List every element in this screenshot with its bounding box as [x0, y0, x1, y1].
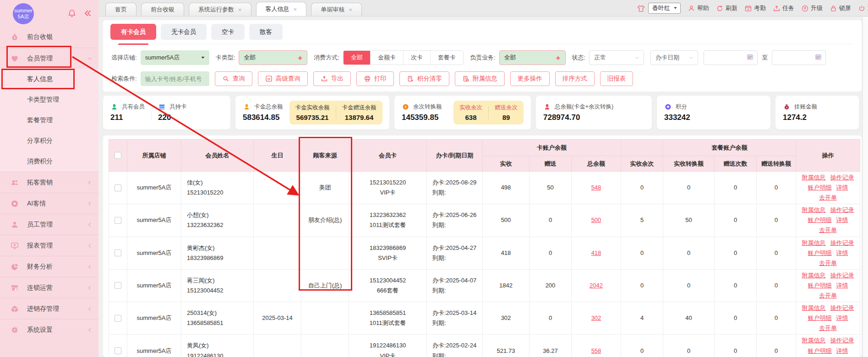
tab-首页[interactable]: 首页: [105, 3, 136, 16]
op-link-账户明细[interactable]: 账户明细: [808, 314, 832, 321]
op-link-详情[interactable]: 详情: [836, 249, 848, 256]
旧报表-button[interactable]: 旧报表: [600, 71, 633, 86]
sidebar-item-分享积分[interactable]: 分享积分: [0, 130, 98, 151]
sidebar-item-员工管理[interactable]: 员工管理: [0, 214, 98, 235]
sidebar-item-AI客情[interactable]: AI客情: [0, 193, 98, 214]
start-date-input[interactable]: [704, 50, 758, 65]
consume-option-次卡[interactable]: 次卡: [403, 51, 430, 65]
tab-系统运行参数[interactable]: 系统运行参数×: [189, 3, 251, 16]
consume-option-金额卡[interactable]: 金额卡: [370, 51, 403, 65]
op-link-操作记录[interactable]: 操作记录: [830, 239, 854, 246]
status-select[interactable]: 正常: [589, 50, 644, 65]
total-balance-link[interactable]: 2042: [590, 282, 603, 289]
op-link-操作记录[interactable]: 操作记录: [830, 304, 854, 311]
op-link-账户明细[interactable]: 账户明细: [808, 184, 832, 191]
tab-单据审核[interactable]: 单据审核×: [311, 3, 362, 16]
topbar-action-锁屏[interactable]: 锁屏: [830, 4, 851, 12]
附属信息-button[interactable]: 附属信息: [455, 71, 505, 86]
op-link-账户明细[interactable]: 账户明细: [808, 282, 832, 289]
op-link-详情[interactable]: 详情: [836, 216, 848, 223]
sidebar-item-连锁运营[interactable]: 连锁运营: [0, 277, 98, 298]
op-link-详情[interactable]: 详情: [836, 184, 848, 191]
row-checkbox[interactable]: [115, 249, 121, 256]
更多操作-button[interactable]: 更多操作: [510, 71, 550, 86]
tab-客人信息[interactable]: 客人信息×: [256, 2, 307, 16]
op-link-附属信息[interactable]: 附属信息: [802, 337, 826, 344]
end-date-input[interactable]: [772, 50, 826, 65]
打印-button[interactable]: 打印: [356, 71, 394, 86]
consume-option-全部[interactable]: 全部: [344, 51, 370, 65]
op-link-去开单[interactable]: 去开单: [819, 260, 837, 266]
sidebar-item-卡类型管理[interactable]: 卡类型管理: [0, 89, 98, 110]
bell-icon[interactable]: [67, 9, 76, 19]
op-link-账户明细[interactable]: 账户明细: [808, 249, 832, 256]
topbar-action-刷新[interactable]: 刷新: [716, 4, 737, 12]
积分清零-button[interactable]: 积分清零: [399, 71, 449, 86]
op-link-去开单[interactable]: 去开单: [819, 227, 837, 233]
op-link-附属信息[interactable]: 附属信息: [802, 206, 826, 213]
sidebar-item-拓客营销[interactable]: 拓客营销: [0, 172, 98, 193]
op-link-附属信息[interactable]: 附属信息: [802, 239, 826, 246]
member-tab-无卡会员[interactable]: 无卡会员: [161, 24, 207, 40]
store-select[interactable]: summer5A店: [141, 50, 209, 65]
op-link-详情[interactable]: 详情: [836, 347, 848, 354]
sidebar-item-会员管理[interactable]: 会员管理: [0, 48, 98, 69]
theme-select[interactable]: 香叶红: [648, 3, 681, 14]
close-tab-icon[interactable]: ×: [349, 7, 352, 13]
total-balance-link[interactable]: 500: [591, 216, 601, 223]
total-balance-link[interactable]: 302: [591, 314, 601, 321]
row-checkbox[interactable]: [115, 184, 121, 191]
查询-button[interactable]: 查询: [215, 71, 252, 86]
collapse-sidebar-icon[interactable]: [83, 9, 92, 19]
op-link-附属信息[interactable]: 附属信息: [802, 304, 826, 311]
member-tab-空卡[interactable]: 空卡: [211, 24, 245, 40]
total-balance-link[interactable]: 548: [591, 184, 601, 191]
select-all-checkbox[interactable]: [115, 152, 121, 159]
topbar-action-任务[interactable]: 任务: [773, 4, 794, 12]
topbar-action-考勤[interactable]: 考勤: [744, 4, 766, 12]
date-type-select[interactable]: 办卡日期: [650, 50, 698, 65]
sidebar-item-进销存管理[interactable]: 进销存管理: [0, 298, 98, 319]
op-link-去开单[interactable]: 去开单: [819, 194, 837, 201]
高级查询-button[interactable]: @高级查询: [258, 71, 308, 86]
total-balance-link[interactable]: 558: [591, 347, 601, 354]
sidebar-item-套餐管理[interactable]: 套餐管理: [0, 110, 98, 130]
business-select[interactable]: 全部 +: [499, 50, 566, 65]
row-checkbox[interactable]: [115, 347, 121, 354]
sidebar-item-财务分析[interactable]: 财务分析: [0, 256, 98, 277]
op-link-去开单[interactable]: 去开单: [819, 325, 837, 331]
topbar-action-升级[interactable]: 升级: [801, 4, 823, 12]
sidebar-item-前台收银[interactable]: ¥前台收银: [0, 27, 98, 48]
consume-option-套餐卡[interactable]: 套餐卡: [430, 51, 463, 65]
member-tab-散客[interactable]: 散客: [249, 24, 283, 40]
排序方式-button[interactable]: 排序方式: [555, 71, 595, 86]
row-checkbox[interactable]: [115, 217, 121, 224]
sidebar-item-报表管理[interactable]: 报表管理: [0, 235, 98, 256]
op-link-详情[interactable]: 详情: [836, 282, 848, 289]
op-link-操作记录[interactable]: 操作记录: [830, 174, 854, 181]
op-link-操作记录[interactable]: 操作记录: [830, 206, 854, 213]
op-link-账户明细[interactable]: 账户明细: [808, 216, 832, 223]
topbar-action-退[interactable]: 退: [858, 4, 868, 12]
plus-icon[interactable]: +: [298, 54, 302, 62]
tab-前台收银[interactable]: 前台收银: [141, 3, 184, 16]
sidebar-item-客人信息[interactable]: 客人信息: [0, 69, 98, 89]
sidebar-item-系统设置[interactable]: 系统设置: [0, 319, 98, 340]
total-balance-link[interactable]: 418: [591, 249, 601, 256]
op-link-附属信息[interactable]: 附属信息: [802, 174, 826, 181]
row-checkbox[interactable]: [115, 315, 121, 322]
op-link-操作记录[interactable]: 操作记录: [830, 272, 854, 279]
card-type-select[interactable]: 全部 +: [239, 50, 307, 65]
op-link-附属信息[interactable]: 附属信息: [802, 272, 826, 279]
scrollbar-strip[interactable]: [863, 17, 868, 357]
member-tab-有卡会员[interactable]: 有卡会员: [110, 24, 156, 40]
sidebar-item-消费积分[interactable]: 消费积分: [0, 151, 98, 172]
导出-button[interactable]: 导出: [313, 71, 351, 86]
op-link-操作记录[interactable]: 操作记录: [830, 337, 854, 344]
close-tab-icon[interactable]: ×: [238, 7, 242, 13]
topbar-action-帮助[interactable]: 帮助: [688, 4, 709, 12]
search-input[interactable]: [141, 71, 209, 86]
row-checkbox[interactable]: [115, 282, 121, 289]
op-link-去开单[interactable]: 去开单: [819, 292, 837, 299]
close-tab-icon[interactable]: ×: [294, 6, 297, 12]
